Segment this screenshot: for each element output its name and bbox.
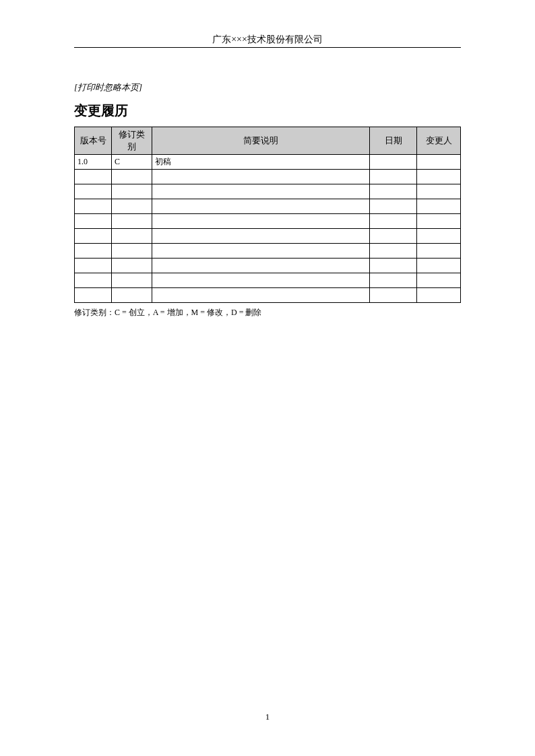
section-title: 变更履历 xyxy=(74,102,461,120)
cell-type xyxy=(112,273,152,288)
cell-version xyxy=(75,273,112,288)
cell-version xyxy=(75,170,112,184)
cell-version xyxy=(75,288,112,303)
cell-type xyxy=(112,184,152,199)
cell-version xyxy=(75,259,112,273)
cell-desc xyxy=(152,229,370,244)
cell-date xyxy=(370,288,417,303)
cell-desc xyxy=(152,199,370,214)
skip-print-note: [打印时忽略本页] xyxy=(74,81,461,94)
cell-author xyxy=(417,288,461,303)
cell-desc: 初稿 xyxy=(152,155,370,170)
cell-type xyxy=(112,244,152,259)
cell-desc xyxy=(152,244,370,259)
th-author: 变更人 xyxy=(417,127,461,155)
table-row xyxy=(75,184,461,199)
cell-date xyxy=(370,170,417,184)
revision-history-table: 版本号 修订类别 简要说明 日期 变更人 1.0C初稿 xyxy=(74,127,461,303)
cell-author xyxy=(417,259,461,273)
th-date: 日期 xyxy=(370,127,417,155)
cell-date xyxy=(370,184,417,199)
cell-type: C xyxy=(112,155,152,170)
table-header-row: 版本号 修订类别 简要说明 日期 变更人 xyxy=(75,127,461,155)
cell-date xyxy=(370,273,417,288)
table-row xyxy=(75,199,461,214)
cell-date xyxy=(370,244,417,259)
cell-desc xyxy=(152,259,370,273)
cell-desc xyxy=(152,214,370,229)
cell-desc xyxy=(152,273,370,288)
cell-author xyxy=(417,184,461,199)
table-row xyxy=(75,288,461,303)
th-type: 修订类别 xyxy=(112,127,152,155)
cell-version xyxy=(75,199,112,214)
cell-author xyxy=(417,273,461,288)
cell-type xyxy=(112,229,152,244)
cell-version xyxy=(75,229,112,244)
cell-version xyxy=(75,244,112,259)
cell-date xyxy=(370,155,417,170)
table-row xyxy=(75,259,461,273)
page-number: 1 xyxy=(0,712,535,722)
cell-version xyxy=(75,214,112,229)
cell-author xyxy=(417,170,461,184)
cell-version: 1.0 xyxy=(75,155,112,170)
cell-author xyxy=(417,199,461,214)
cell-type xyxy=(112,214,152,229)
cell-author xyxy=(417,229,461,244)
th-version: 版本号 xyxy=(75,127,112,155)
table-row xyxy=(75,214,461,229)
cell-desc xyxy=(152,170,370,184)
table-row: 1.0C初稿 xyxy=(75,155,461,170)
cell-date xyxy=(370,229,417,244)
cell-author xyxy=(417,155,461,170)
cell-author xyxy=(417,244,461,259)
cell-desc xyxy=(152,184,370,199)
cell-desc xyxy=(152,288,370,303)
cell-author xyxy=(417,214,461,229)
cell-version xyxy=(75,184,112,199)
cell-date xyxy=(370,259,417,273)
table-row xyxy=(75,170,461,184)
table-row xyxy=(75,244,461,259)
cell-type xyxy=(112,259,152,273)
table-row xyxy=(75,273,461,288)
cell-date xyxy=(370,199,417,214)
cell-date xyxy=(370,214,417,229)
cell-type xyxy=(112,288,152,303)
revision-type-legend: 修订类别：C = 创立，A = 增加，M = 修改，D = 删除 xyxy=(74,307,461,318)
company-header: 广东×××技术股份有限公司 xyxy=(74,34,461,48)
cell-type xyxy=(112,170,152,184)
table-row xyxy=(75,229,461,244)
th-desc: 简要说明 xyxy=(152,127,370,155)
cell-type xyxy=(112,199,152,214)
